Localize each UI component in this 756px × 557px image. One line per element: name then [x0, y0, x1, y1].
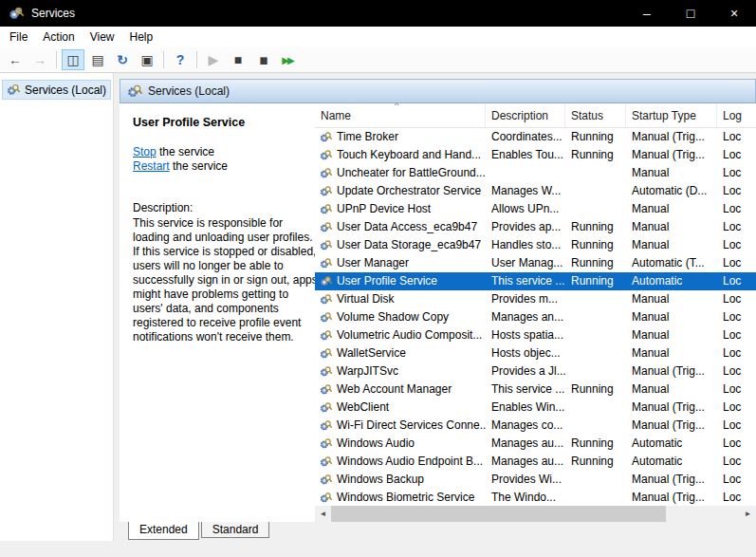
service-description: Handles sto... [486, 236, 565, 254]
service-logon: Loc [717, 218, 756, 236]
service-status: Running [565, 453, 626, 471]
service-action-links: Stop the service Restart the service [133, 145, 305, 174]
service-gear-icon [320, 365, 332, 378]
table-row[interactable]: Windows Audio Manages au... Running Auto… [315, 435, 756, 453]
service-startup-type: Manual (Trig... [626, 362, 717, 381]
service-name: User Data Storage_eca9b47 [337, 236, 481, 254]
minimize-button[interactable]: – [625, 0, 669, 27]
menu-view[interactable]: View [83, 27, 122, 47]
properties-icon[interactable]: ▣ [136, 49, 158, 70]
table-row[interactable]: User Profile Service This service ... Ru… [315, 272, 756, 290]
service-gear-icon [320, 149, 332, 161]
service-name-cell: WebClient [315, 399, 486, 417]
refresh-icon[interactable]: ↻ [111, 49, 134, 70]
service-description: Hosts spatia... [486, 326, 565, 344]
menu-file[interactable]: File [2, 27, 35, 47]
scrollbar-track[interactable] [331, 506, 740, 522]
close-button[interactable]: × [712, 0, 756, 27]
service-gear-icon [320, 473, 332, 486]
menu-help[interactable]: Help [122, 27, 161, 47]
table-row[interactable]: Windows Backup Provides Wi... Manual (Tr… [315, 471, 756, 489]
stop-service-icon[interactable]: ■ [227, 49, 249, 70]
table-row[interactable]: UPnP Device Host Allows UPn... Manual Lo… [315, 200, 756, 218]
pause-service-icon[interactable]: ▮▮ [251, 49, 274, 70]
scrollbar-thumb[interactable] [331, 506, 666, 522]
table-row[interactable]: Update Orchestrator Service Manages W...… [315, 182, 756, 200]
table-row[interactable]: Volume Shadow Copy Manages an... Manual … [315, 308, 756, 326]
service-description: The Windo... [486, 489, 565, 506]
table-row[interactable]: Time Broker Coordinates... Running Manua… [315, 128, 756, 146]
table-row[interactable]: Web Account Manager This service ... Run… [315, 381, 756, 399]
back-arrow-icon[interactable]: ← [4, 49, 27, 70]
stop-service-link[interactable]: Stop [133, 145, 157, 158]
menu-action[interactable]: Action [35, 27, 82, 47]
start-service-icon[interactable]: ▶ [202, 49, 225, 70]
service-gear-icon [320, 293, 332, 306]
service-name-cell: Time Broker [315, 128, 486, 146]
service-description: Manages W... [486, 182, 565, 200]
restart-service-icon[interactable]: ▶▶ [276, 49, 299, 70]
table-row[interactable]: Wi-Fi Direct Services Conne... Manages c… [315, 417, 756, 435]
stop-service-suffix: the service [157, 145, 214, 158]
service-logon: Loc [717, 381, 756, 399]
show-hide-console-tree-icon[interactable]: ◫ [62, 49, 84, 70]
tab-standard[interactable]: Standard [201, 522, 270, 538]
service-startup-type: Manual (Trig... [626, 417, 717, 435]
service-startup-type: Manual [626, 326, 717, 344]
table-row[interactable]: Touch Keyboard and Hand... Enables Tou..… [315, 146, 756, 164]
table-row[interactable]: Windows Biometric Service The Windo... M… [315, 489, 756, 506]
column-header-description[interactable]: Description [486, 103, 565, 127]
table-row[interactable]: Uncheater for BattleGround... Manual Loc [315, 164, 756, 182]
service-gear-icon [320, 167, 332, 179]
services-header-icon [127, 84, 142, 99]
title-bar: Services – □ × [0, 0, 756, 27]
table-row[interactable]: Virtual Disk Provides m... Manual Loc [315, 290, 756, 308]
table-row[interactable]: Volumetric Audio Composit... Hosts spati… [315, 326, 756, 344]
service-gear-icon [320, 203, 332, 215]
service-startup-type: Manual (Trig... [626, 489, 717, 506]
service-name-cell: User Manager [315, 254, 486, 272]
service-name: Uncheater for BattleGround... [337, 164, 486, 182]
table-row[interactable]: WebClient Enables Win... Manual (Trig...… [315, 399, 756, 417]
table-row[interactable]: WalletService Hosts objec... Manual Loc [315, 344, 756, 362]
service-name: Windows Biometric Service [337, 489, 474, 506]
service-name: Windows Backup [337, 471, 424, 489]
restart-service-link[interactable]: Restart [133, 159, 170, 173]
service-status: Running [565, 146, 626, 164]
maximize-button[interactable]: □ [669, 0, 712, 27]
service-gear-icon [320, 347, 332, 360]
tree-item-services-local[interactable]: Services (Local) [2, 80, 111, 100]
column-header-startup-type[interactable]: Startup Type [626, 103, 717, 127]
service-name-cell: Windows Backup [315, 471, 486, 489]
service-status: Running [565, 218, 626, 236]
table-row[interactable]: WarpJITSvc Provides a Jl... Manual (Trig… [315, 362, 756, 381]
export-list-icon[interactable]: ▤ [86, 49, 109, 70]
help-icon[interactable]: ? [169, 49, 192, 70]
service-description: Allows UPn... [486, 200, 565, 218]
tab-extended[interactable]: Extended [128, 522, 199, 540]
service-logon: Loc [717, 290, 756, 308]
service-description-text: This service is responsible for loading … [133, 216, 315, 344]
column-header-name[interactable]: ^ Name [315, 103, 486, 127]
toolbar-separator [163, 51, 164, 68]
service-description: Manages co... [486, 417, 565, 435]
table-row[interactable]: User Data Storage_eca9b47 Handles sto...… [315, 236, 756, 254]
scroll-right-icon[interactable]: ► [740, 506, 756, 522]
forward-arrow-icon[interactable]: → [28, 49, 51, 70]
table-row[interactable]: User Manager User Manag... Running Autom… [315, 254, 756, 272]
service-logon: Loc [717, 254, 756, 272]
service-gear-icon [320, 437, 332, 450]
column-header-name-label: Name [321, 109, 351, 122]
service-startup-type: Automatic [626, 453, 717, 471]
service-gear-icon [320, 257, 332, 269]
column-header-status[interactable]: Status [565, 103, 626, 127]
service-name: User Profile Service [337, 272, 437, 290]
table-row[interactable]: Windows Audio Endpoint B... Manages au..… [315, 453, 756, 471]
scroll-left-icon[interactable]: ◄ [315, 506, 331, 522]
table-row[interactable]: User Data Access_eca9b47 Provides ap... … [315, 218, 756, 236]
column-header-logon[interactable]: Log [717, 103, 756, 127]
service-description: Manages au... [486, 435, 565, 453]
content-area: Services (Local) User Profile Service St… [120, 73, 756, 541]
service-name: UPnP Device Host [337, 200, 431, 218]
service-description: Manages au... [486, 453, 565, 471]
